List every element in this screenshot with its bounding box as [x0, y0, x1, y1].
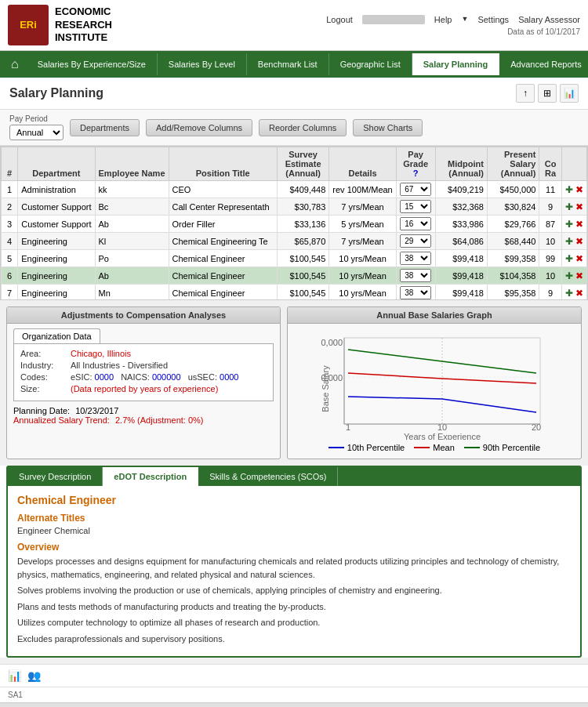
cell-num: 3 [2, 216, 18, 233]
pay-period-select[interactable]: Annual Monthly Hourly [9, 125, 64, 140]
reorder-columns-button[interactable]: Reorder Columns [259, 119, 347, 136]
footer-people-icon[interactable]: 👥 [27, 669, 41, 682]
tab-skills-competencies[interactable]: Skills & Competencies (SCOs) [198, 467, 338, 486]
table-row[interactable]: 7 Engineering Mn Chemical Engineer $100,… [2, 285, 587, 300]
show-charts-button[interactable]: Show Charts [353, 119, 423, 136]
add-row-icon[interactable]: ✚ [565, 236, 573, 247]
add-row-icon[interactable]: ✚ [565, 201, 573, 212]
del-row-icon[interactable]: ✖ [575, 288, 583, 299]
footer-chart-icon[interactable]: 📊 [8, 669, 21, 682]
header-links: Logout Help ▼ Settings Salary Assessor [326, 15, 580, 24]
codes-value: eSIC: 0000 NAICS: 000000 usSEC: 0000 [71, 372, 239, 382]
th-actions [561, 147, 586, 181]
grade-select[interactable]: 38 [400, 286, 431, 299]
top-header: ERi ECONOMICRESEARCHINSTITUTE Logout Hel… [0, 0, 588, 51]
pay-period-group: Pay Period Annual Monthly Hourly [9, 114, 64, 140]
grade-select[interactable]: 15 [400, 200, 431, 213]
tab-salaries-exp[interactable]: Salaries By Experience/Size [27, 53, 158, 75]
table-row[interactable]: 6 Engineering Ab Chemical Engineer $100,… [2, 267, 587, 285]
tab-advanced-reports[interactable]: Advanced Reports [499, 53, 588, 75]
grade-select[interactable]: 38 [400, 252, 431, 265]
cell-comp: 87 [539, 216, 562, 233]
th-dept: Department [18, 147, 95, 181]
footer-bar: SA1 [0, 687, 588, 702]
grade-select[interactable]: 38 [400, 269, 431, 282]
th-pos: Position Title [169, 147, 277, 181]
th-num: # [2, 147, 18, 181]
upload-icon-btn[interactable]: ↑ [516, 84, 535, 103]
cell-survey: $33,136 [277, 216, 328, 233]
data-as-of: Data as of 10/1/2017 [507, 27, 580, 36]
industry-label: Industry: [20, 361, 67, 370]
table-row[interactable]: 3 Customer Support Ab Order Filler $33,1… [2, 216, 587, 233]
cell-comp: 9 [539, 198, 562, 216]
cell-comp: 10 [539, 233, 562, 250]
table-row[interactable]: 1 Administration kk CEO $409,448 rev 100… [2, 181, 587, 198]
bullet-4: Excludes paraprofessionals and superviso… [17, 633, 571, 646]
legend-10th-label: 10th Percentile [347, 443, 405, 452]
bottom-panels: Adjustments to Compensation Analyses Org… [0, 300, 588, 466]
del-row-icon[interactable]: ✖ [575, 184, 583, 195]
logout-link[interactable]: Logout [326, 15, 353, 24]
add-row-icon[interactable]: ✚ [565, 270, 573, 281]
del-row-icon[interactable]: ✖ [575, 253, 583, 264]
add-row-icon[interactable]: ✚ [565, 253, 573, 264]
departments-button[interactable]: Departments [70, 119, 140, 136]
cell-details: 10 yrs/Mean [329, 285, 396, 300]
cell-grade: 15 [396, 198, 435, 216]
cell-present: $99,358 [487, 250, 539, 267]
tab-salary-planning[interactable]: Salary Planning [412, 53, 500, 75]
del-row-icon[interactable]: ✖ [575, 270, 583, 281]
grid-icon-btn[interactable]: ⊞ [538, 84, 557, 103]
del-row-icon[interactable]: ✖ [575, 236, 583, 247]
chart-legend: 10th Percentile Mean 90th Percentile [328, 443, 540, 452]
area-label: Area: [20, 349, 67, 358]
org-data-tab[interactable]: Organization Data [13, 328, 100, 343]
del-row-icon[interactable]: ✖ [575, 201, 583, 212]
table-row[interactable]: 2 Customer Support Bc Call Center Repres… [2, 198, 587, 216]
cell-survey: $30,783 [277, 198, 328, 216]
cell-num: 1 [2, 181, 18, 198]
cell-survey: $100,545 [277, 285, 328, 300]
settings-link[interactable]: Settings [477, 15, 509, 24]
tab-edot-description[interactable]: eDOT Description [103, 467, 198, 486]
cell-midpoint: $409,219 [435, 181, 487, 198]
cell-present: $450,000 [487, 181, 539, 198]
chart-icon-btn[interactable]: 📊 [560, 84, 579, 103]
cell-emp: Ab [95, 267, 169, 285]
logo-area: ERi ECONOMICRESEARCHINSTITUTE [8, 5, 112, 45]
tab-salaries-level[interactable]: Salaries By Level [158, 53, 247, 75]
table-row[interactable]: 5 Engineering Po Chemical Engineer $100,… [2, 250, 587, 267]
grade-select[interactable]: 67 [400, 183, 431, 196]
grade-select[interactable]: 16 [400, 217, 431, 230]
alt-titles-heading: Alternate Titles [17, 513, 571, 524]
cell-present: $29,766 [487, 216, 539, 233]
desc-job-title: Chemical Engineer [17, 494, 571, 506]
table-row[interactable]: 4 Engineering Kl Chemical Engineering Te… [2, 233, 587, 250]
home-icon[interactable]: ⌂ [6, 51, 27, 78]
tab-benchmark[interactable]: Benchmark List [247, 53, 329, 75]
cell-pos: Order Filler [169, 216, 277, 233]
cell-present: $95,358 [487, 285, 539, 300]
cell-num: 5 [2, 250, 18, 267]
del-row-icon[interactable]: ✖ [575, 219, 583, 230]
tab-survey-description[interactable]: Survey Description [8, 467, 103, 486]
grade-select[interactable]: 29 [400, 234, 431, 248]
th-present: PresentSalary(Annual) [487, 147, 539, 181]
salary-assessor-link[interactable]: Salary Assessor [518, 15, 580, 24]
add-row-icon[interactable]: ✚ [565, 184, 573, 195]
planning-date-label: Planning Date: [13, 406, 70, 415]
add-remove-columns-button[interactable]: Add/Remove Columns [146, 119, 252, 136]
svg-text:Base Salary: Base Salary [321, 365, 330, 412]
header-right: Logout Help ▼ Settings Salary Assessor D… [326, 15, 580, 36]
add-row-icon[interactable]: ✚ [565, 219, 573, 230]
cell-actions: ✚ ✖ [561, 267, 586, 285]
desc-tabs: Survey Description eDOT Description Skil… [8, 467, 580, 486]
cell-num: 6 [2, 267, 18, 285]
help-link[interactable]: Help [434, 15, 452, 24]
nav-tabs: Salaries By Experience/Size Salaries By … [27, 53, 588, 75]
tab-geographic[interactable]: Geographic List [329, 53, 412, 75]
add-row-icon[interactable]: ✚ [565, 288, 573, 299]
scrollable-table[interactable]: # Department Employee Name Position Titl… [1, 147, 587, 299]
salary-trend-row: Annualized Salary Trend: 2.7% (Adjustmen… [13, 415, 274, 425]
